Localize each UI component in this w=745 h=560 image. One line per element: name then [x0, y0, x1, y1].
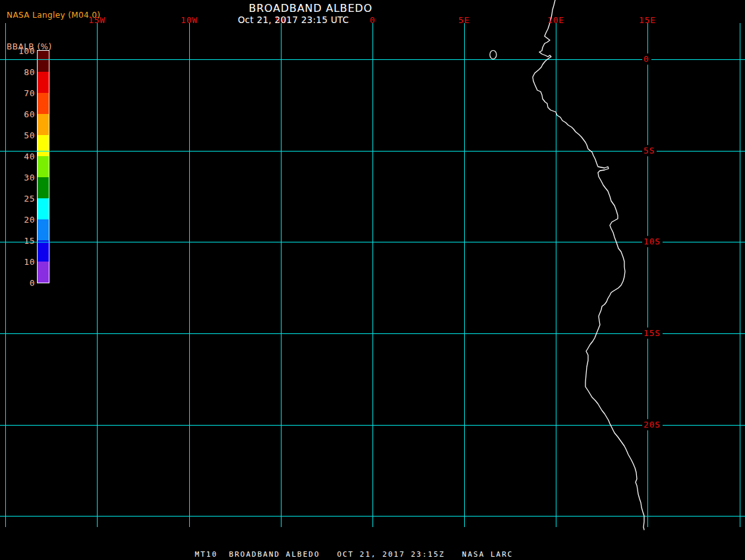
lat-label-0: 0	[642, 53, 651, 65]
page-subtitle-timestamp: Oct 21, 2017 23:15 UTC	[238, 14, 349, 25]
sao-tome-island-outline	[490, 51, 496, 59]
lat-label-15S: 15S	[642, 327, 663, 339]
lon-label-5E: 5E	[458, 15, 469, 25]
lon-label-0: 0	[370, 15, 376, 25]
lon-label-10E: 10E	[547, 15, 564, 25]
albedo-map-screen: NASA Langley (M04.0) BROADBAND ALBEDO Oc…	[0, 0, 745, 560]
lon-label-10W: 10W	[181, 15, 198, 25]
page-title: BROADBAND ALBEDO	[249, 2, 372, 14]
lon-label-15E: 15E	[639, 15, 656, 25]
map-canvas	[0, 0, 745, 560]
africa-west-coastline	[533, 0, 644, 530]
lat-label-10S: 10S	[642, 236, 663, 247]
lat-label-5S: 5S	[642, 145, 657, 156]
lon-label-15W: 15W	[88, 15, 105, 25]
lat-label-20S: 20S	[642, 419, 663, 430]
